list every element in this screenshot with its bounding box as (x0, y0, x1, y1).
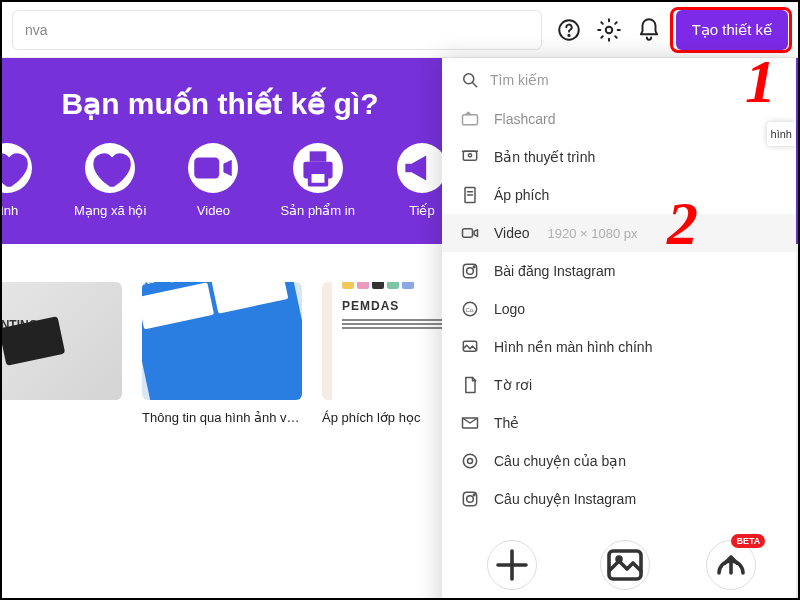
menu-poster[interactable]: Áp phích (442, 176, 796, 214)
menu-label: Câu chuyện Instagram (494, 491, 636, 507)
svg-text:Co.: Co. (465, 307, 474, 313)
panel-search-placeholder: Tìm kiếm (490, 72, 549, 88)
menu-flyer[interactable]: Tờ rơi (442, 366, 796, 404)
svg-point-24 (473, 494, 475, 496)
category-item[interactable]: Sản phẩm in (280, 143, 355, 218)
menu-instagram-post[interactable]: Bài đăng Instagram (442, 252, 796, 290)
svg-point-14 (467, 268, 474, 275)
category-item[interactable]: Video (188, 143, 238, 218)
image-icon (600, 540, 650, 590)
svg-rect-3 (195, 158, 220, 179)
menu-presentation[interactable]: Bản thuyết trình (442, 138, 796, 176)
menu-instagram-story[interactable]: Câu chuyện Instagram (442, 480, 796, 518)
category-item[interactable]: rình (2, 143, 32, 218)
gear-icon[interactable] (596, 17, 622, 43)
heart-icon (2, 143, 32, 193)
svg-point-21 (468, 459, 473, 464)
help-icon[interactable] (556, 17, 582, 43)
search-input[interactable]: nva (12, 10, 542, 50)
custom-size-button[interactable]: Cỡ tùy chỉnh (479, 540, 546, 600)
card-label: Thông tin qua hình ảnh về ... (142, 410, 302, 425)
import-pdf-button[interactable]: BETA Nhập PDF (703, 540, 759, 600)
svg-rect-8 (463, 115, 478, 125)
logo-icon: Co. (460, 299, 480, 319)
menu-label: Bản thuyết trình (494, 149, 595, 165)
annotation-number-2: 2 (667, 188, 698, 259)
svg-rect-9 (463, 151, 476, 160)
menu-wallpaper[interactable]: Hình nền màn hình chính (442, 328, 796, 366)
flashcard-icon (460, 109, 480, 129)
svg-point-1 (568, 34, 569, 35)
poster-icon (460, 185, 480, 205)
megaphone-icon (397, 143, 447, 193)
svg-rect-5 (309, 151, 326, 161)
menu-video[interactable]: Video 1920 × 1080 px (442, 214, 796, 252)
annotation-number-1: 1 (745, 46, 776, 117)
search-icon (460, 70, 480, 90)
video-icon (460, 223, 480, 243)
card-icon (460, 413, 480, 433)
svg-point-15 (473, 266, 475, 268)
menu-card[interactable]: Thẻ (442, 404, 796, 442)
menu-logo[interactable]: Co. Logo (442, 290, 796, 328)
presentation-icon (460, 147, 480, 167)
menu-label: Câu chuyện của bạn (494, 453, 626, 469)
cat-label: Video (197, 203, 230, 218)
menu-label: Thẻ (494, 415, 519, 431)
video-icon (188, 143, 238, 193)
svg-point-20 (463, 454, 476, 467)
menu-label: Tờ rơi (494, 377, 532, 393)
card-thumbnail: RESENTING der presentations (0, 282, 122, 400)
card-thumbnail: THE ART OF Calligraphy (142, 282, 302, 400)
panel-bottom-row: Cỡ tùy chỉnh Sửa ảnh BETA Nhập PDF (442, 518, 796, 600)
menu-your-story[interactable]: Câu chuyện của bạn (442, 442, 796, 480)
menu-label: Video (494, 225, 530, 241)
panel-search[interactable]: Tìm kiếm (442, 58, 796, 102)
cat-label: Mạng xã hội (74, 203, 146, 218)
create-design-dropdown: Tìm kiếm Flashcard Bản thuyết trình Áp p… (442, 58, 796, 600)
svg-point-10 (468, 154, 471, 157)
menu-label: Áp phích (494, 187, 549, 203)
edit-photo-button[interactable]: Sửa ảnh (600, 540, 650, 600)
menu-label: Flashcard (494, 111, 555, 127)
template-card[interactable]: RESENTING der presentations (0, 282, 122, 425)
menu-meta: 1920 × 1080 px (548, 226, 638, 241)
print-icon (293, 143, 343, 193)
svg-point-23 (467, 496, 474, 503)
menu-label: Logo (494, 301, 525, 317)
svg-point-2 (605, 26, 612, 33)
wallpaper-icon (460, 337, 480, 357)
svg-point-26 (617, 557, 621, 561)
svg-rect-6 (309, 172, 326, 185)
instagram-icon (460, 489, 480, 509)
story-icon (460, 451, 480, 471)
flyer-icon (460, 375, 480, 395)
cat-label: Tiếp (409, 203, 435, 218)
plus-icon (487, 540, 537, 590)
category-item[interactable]: Mạng xã hội (74, 143, 146, 218)
category-item[interactable]: Tiếp (397, 143, 447, 218)
menu-label: Hình nền màn hình chính (494, 339, 652, 355)
menu-label: Bài đăng Instagram (494, 263, 615, 279)
bell-icon[interactable] (636, 17, 662, 43)
beta-badge: BETA (731, 534, 765, 548)
instagram-icon (460, 261, 480, 281)
menu-flashcard[interactable]: Flashcard (442, 100, 796, 138)
side-chip[interactable]: hình (767, 122, 796, 146)
search-placeholder: nva (25, 22, 48, 38)
cat-label: Sản phẩm in (280, 203, 355, 218)
heart-icon (85, 143, 135, 193)
template-card[interactable]: THE ART OF Calligraphy Thông tin qua hìn… (142, 282, 302, 425)
svg-rect-12 (463, 229, 473, 237)
cat-label: rình (2, 203, 18, 218)
